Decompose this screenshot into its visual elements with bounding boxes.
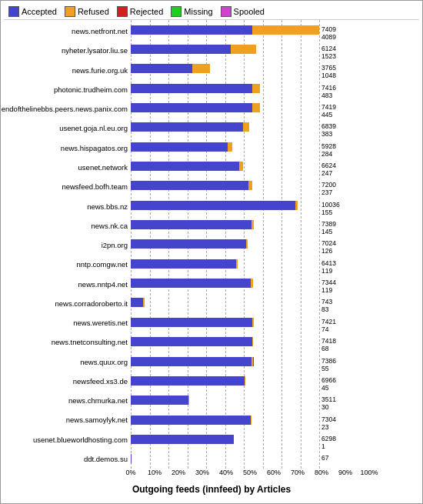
bar-value-label: 74094089 <box>321 25 336 41</box>
bar-row: 7200237 <box>131 176 319 195</box>
legend-label: Spooled <box>234 7 265 16</box>
bar-track: 74094089 <box>131 25 319 35</box>
y-label: news.quux.org <box>4 352 131 372</box>
bar-segment-refused <box>251 220 254 229</box>
bar-segment-accepted <box>131 357 251 366</box>
bar-value-label: 742174 <box>321 318 336 333</box>
x-tick: 20% <box>172 469 185 476</box>
bar-segment-accepted <box>131 220 251 229</box>
bar-segment-refused <box>231 45 255 54</box>
legend-item-missing: Missing <box>171 6 212 17</box>
bar-segment-accepted <box>131 435 234 444</box>
bar-segment-accepted <box>131 259 236 269</box>
x-tick: 60% <box>267 469 281 476</box>
bar-value-label: 62981 <box>321 435 336 450</box>
bar-track: 7024126 <box>131 239 319 249</box>
y-label: news.tnetconsulting.net <box>4 332 131 352</box>
bar-segment-accepted <box>131 454 132 463</box>
bar-value-label: 696645 <box>321 376 336 392</box>
bar-row: 6839383 <box>131 118 319 137</box>
y-label: news.furie.org.uk <box>4 61 131 80</box>
legend-color <box>171 6 182 17</box>
bar-segment-accepted <box>131 122 243 132</box>
bar-row: 6413119 <box>131 254 319 273</box>
bar-segment-refused <box>248 181 252 190</box>
y-label: usenet.goja.nl.eu.org <box>4 118 131 138</box>
bar-track: 7416483 <box>131 84 319 93</box>
bar-row: 10036155 <box>131 195 319 215</box>
bar-value-label: 730423 <box>321 416 336 431</box>
bar-segment-refused <box>252 337 253 346</box>
bar-value-label: 6624247 <box>321 162 336 177</box>
y-label: news.samoylyk.net <box>4 410 131 429</box>
bar-segment-refused <box>243 122 249 132</box>
x-tick: 30% <box>195 469 209 476</box>
x-tick: 70% <box>291 469 305 476</box>
bar-row: 7024126 <box>131 235 319 254</box>
legend-label: Accepted <box>22 7 57 16</box>
bar-row: 61241523 <box>131 39 319 58</box>
y-label: news.weretis.net <box>4 313 131 332</box>
bar-track: 67 <box>131 454 319 463</box>
bar-row: 7419445 <box>131 98 319 117</box>
bar-segment-refused <box>188 396 189 405</box>
y-label: newsfeed.bofh.team <box>4 177 131 196</box>
y-label: newsfeed.xs3.de <box>4 372 131 391</box>
bar-track: 62981 <box>131 435 319 444</box>
y-axis-labels: news.netfront.netnyheter.lysator.liu.sen… <box>4 20 131 469</box>
y-label: news.bbs.nz <box>4 196 131 215</box>
bar-segment-refused <box>252 84 260 93</box>
legend-item-rejected: Rejected <box>117 6 163 17</box>
bar-track: 7389145 <box>131 220 319 229</box>
bar-track: 741868 <box>131 337 319 346</box>
legend: AcceptedRefusedRejectedMissingSpooled <box>4 4 419 20</box>
x-tick: 0% <box>125 469 135 476</box>
bar-value-label: 7024126 <box>321 239 336 255</box>
bar-row: 6624247 <box>131 156 319 175</box>
bar-row: 7389145 <box>131 215 319 234</box>
legend-label: Rejected <box>130 7 163 16</box>
bar-value-label: 7200237 <box>321 181 336 196</box>
bar-value-label: 5928284 <box>321 142 336 158</box>
bar-value-label: 741868 <box>321 337 336 352</box>
bar-segment-accepted <box>131 279 251 288</box>
bar-segment-accepted <box>131 239 246 249</box>
bar-segment-accepted <box>131 25 252 35</box>
bar-value-label: 74383 <box>321 298 332 313</box>
bar-track: 730423 <box>131 416 319 425</box>
bar-row: 696645 <box>131 371 319 390</box>
legend-label: Refused <box>78 7 109 16</box>
legend-color <box>65 6 75 17</box>
bar-value-label: 10036155 <box>321 201 340 216</box>
y-label: usenet.blueworldhosting.com <box>4 430 131 449</box>
chart-container: AcceptedRefusedRejectedMissingSpooled ne… <box>0 0 423 504</box>
bar-segment-accepted <box>131 84 252 93</box>
bar-segment-accepted <box>131 396 188 405</box>
bar-value-label: 67 <box>321 454 328 462</box>
bar-value-label: 7344119 <box>321 279 336 294</box>
bar-value-label: 61241523 <box>321 45 336 60</box>
x-tick: 10% <box>148 469 162 476</box>
bar-row: 5928284 <box>131 137 319 156</box>
y-label: endofthelinebbs.peers.news.panix.com <box>4 99 131 118</box>
x-tick: 90% <box>338 469 352 476</box>
bar-segment-accepted <box>131 416 251 425</box>
x-tick: 80% <box>315 469 328 476</box>
bar-segment-refused <box>246 239 248 249</box>
bar-row: 738655 <box>131 352 319 371</box>
x-tick: 40% <box>219 469 233 476</box>
bar-segment-accepted <box>131 318 252 327</box>
y-label: usenet.network <box>4 158 131 177</box>
y-label: news.chmurka.net <box>4 391 131 410</box>
bar-track: 6839383 <box>131 122 319 132</box>
bar-track: 37651048 <box>131 64 319 73</box>
legend-item-accepted: Accepted <box>8 6 57 17</box>
y-label: news.corradoroberto.it <box>4 294 131 313</box>
bar-row: 7344119 <box>131 273 319 292</box>
bar-row: 351130 <box>131 391 319 410</box>
bar-row: 7416483 <box>131 78 319 98</box>
y-label: nyheter.lysator.liu.se <box>4 41 131 60</box>
bar-value-label: 738655 <box>321 357 336 372</box>
bar-track: 351130 <box>131 396 319 405</box>
bar-track: 6624247 <box>131 162 319 171</box>
